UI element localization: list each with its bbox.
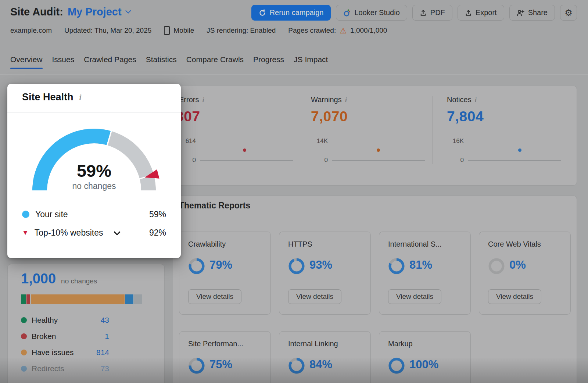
pages-crawled-label: Pages crawled: xyxy=(288,26,336,35)
healthy-label: Healthy xyxy=(32,316,58,325)
notices-label: Notices xyxy=(447,96,472,104)
broken-dot-icon xyxy=(21,333,27,339)
notices-value[interactable]: 7,804 xyxy=(447,108,561,125)
tab-overview[interactable]: Overview xyxy=(10,55,43,69)
errors-value[interactable]: 307 xyxy=(176,108,293,125)
benchmark-triangle-icon: ▼ xyxy=(22,229,29,236)
broken-value[interactable]: 1 xyxy=(105,332,109,341)
warnings-data-point[interactable] xyxy=(377,148,380,152)
https-card: HTTPS 93% View details xyxy=(279,232,371,315)
view-details-button[interactable]: View details xyxy=(388,289,441,304)
warning-triangle-icon[interactable]: ⚠ xyxy=(340,27,347,35)
view-details-button[interactable]: View details xyxy=(288,289,341,304)
legend-row-redirects: Redirects 73 xyxy=(21,361,109,377)
view-details-button[interactable]: View details xyxy=(188,289,241,304)
benchmark-value: 92% xyxy=(149,228,166,238)
have-issues-label: Have issues xyxy=(32,348,74,357)
upload-icon xyxy=(465,9,472,17)
thematic-reports-card: Thematic Reports Crawlability 79% View d… xyxy=(173,196,577,383)
notices-column: Notices i 7,804 16K 0 xyxy=(447,96,561,125)
thematic-reports-title: Thematic Reports xyxy=(179,201,250,211)
crawlability-card: Crawlability 79% View details xyxy=(179,232,271,315)
crawlability-title: Crawlability xyxy=(188,240,226,248)
markup-card: Markup 100% View details xyxy=(379,331,471,383)
markup-title: Markup xyxy=(388,340,413,348)
spark-max-label: 614 xyxy=(179,137,196,145)
https-score: 93% xyxy=(309,258,332,272)
info-icon[interactable]: i xyxy=(475,96,477,104)
rerun-campaign-button[interactable]: Rerun campaign xyxy=(251,5,331,21)
project-name: My Project xyxy=(68,6,122,18)
tab-progress[interactable]: Progress xyxy=(253,55,284,69)
site-health-card: Site Health i 59% no changes Your site 5… xyxy=(7,84,181,258)
redirects-value[interactable]: 73 xyxy=(101,364,109,373)
tab-issues[interactable]: Issues xyxy=(52,55,75,69)
upload-icon xyxy=(420,9,427,17)
have-issues-value[interactable]: 814 xyxy=(96,348,109,357)
tab-statistics[interactable]: Statistics xyxy=(146,55,177,69)
info-icon[interactable]: i xyxy=(345,96,347,104)
bar-segment-broken xyxy=(26,294,30,304)
tab-crawled-pages[interactable]: Crawled Pages xyxy=(84,55,136,69)
last-updated: Updated: Thu, Mar 20, 2025 xyxy=(64,26,151,35)
spark-min-label: 0 xyxy=(447,157,464,164)
errors-sparkline: 614 0 xyxy=(200,141,293,161)
looker-studio-button[interactable]: Looker Studio xyxy=(336,5,407,21)
errors-column: Errors i 307 614 0 xyxy=(179,96,293,125)
tab-compare-crawls[interactable]: Compare Crawls xyxy=(186,55,244,69)
crawled-pages-legend: Healthy 43 Broken 1 Have issues 814 Redi… xyxy=(21,312,109,377)
broken-label: Broken xyxy=(32,332,56,341)
warnings-sparkline: 14K 0 xyxy=(332,141,425,161)
site-performance-ring xyxy=(188,357,205,374)
crawled-pages-card: 1,000 no changes Healthy 43 Broken 1 xyxy=(7,264,165,383)
internal-linking-card: Internal Linking 84% View details xyxy=(279,331,371,383)
pdf-label: PDF xyxy=(430,8,445,17)
share-button[interactable]: Share xyxy=(509,5,555,21)
benchmark-label: Top-10% websites xyxy=(35,228,103,238)
column-divider xyxy=(297,96,297,164)
your-site-label: Your site xyxy=(35,210,68,219)
site-audit-page: Site Audit: My Project Rerun campaign Lo… xyxy=(0,0,588,383)
your-site-dot-icon xyxy=(22,211,29,218)
looker-studio-icon xyxy=(343,9,351,17)
bar-segment-have-issues xyxy=(31,294,124,304)
have-issues-dot-icon xyxy=(21,350,27,355)
pdf-button[interactable]: PDF xyxy=(412,5,452,21)
header-toolbar: Rerun campaign Looker Studio PDF Export xyxy=(251,5,577,21)
chevron-down-icon[interactable] xyxy=(114,229,121,235)
spark-min-label: 0 xyxy=(311,157,328,164)
page-title: Site Audit: My Project xyxy=(10,6,130,18)
crawled-pages-stacked-bar[interactable] xyxy=(21,294,142,304)
notices-data-point[interactable] xyxy=(518,148,521,152)
view-details-button[interactable]: View details xyxy=(488,289,541,304)
site-performance-card: Site Performan... 75% View details xyxy=(179,331,271,383)
healthy-value[interactable]: 43 xyxy=(101,316,109,325)
export-button[interactable]: Export xyxy=(458,5,504,21)
site-health-score-block: 59% no changes xyxy=(28,162,160,191)
site-health-score: 59% xyxy=(28,162,160,180)
info-icon[interactable]: i xyxy=(79,93,82,102)
markup-score: 100% xyxy=(409,358,438,371)
column-divider xyxy=(433,96,433,164)
js-rendering-status: JS rendering: Enabled xyxy=(207,26,276,35)
core-web-vitals-title: Core Web Vitals xyxy=(488,240,541,248)
tab-js-impact[interactable]: JS Impact xyxy=(294,55,328,69)
project-selector[interactable]: My Project xyxy=(68,6,130,18)
warnings-value[interactable]: 7,070 xyxy=(311,108,425,125)
pages-crawled-value: 1,000/1,000 xyxy=(350,26,387,35)
spark-max-label: 16K xyxy=(447,137,464,145)
looker-studio-label: Looker Studio xyxy=(354,8,399,17)
errors-data-point[interactable] xyxy=(243,148,246,152)
site-performance-score: 75% xyxy=(209,358,232,371)
tabbar-divider xyxy=(0,74,588,75)
chevron-down-icon xyxy=(125,8,131,14)
info-icon[interactable]: i xyxy=(202,96,204,104)
crawlability-ring xyxy=(188,258,205,275)
campaign-meta: example.com Updated: Thu, Mar 20, 2025 M… xyxy=(10,26,387,35)
legend-row-broken: Broken 1 xyxy=(21,328,109,344)
gear-icon: ⚙ xyxy=(564,8,573,18)
share-label: Share xyxy=(528,8,548,17)
crawled-pages-count: 1,000 xyxy=(21,271,56,287)
site-health-title: Site Health xyxy=(22,92,74,103)
settings-gear-button[interactable]: ⚙ xyxy=(560,5,577,21)
